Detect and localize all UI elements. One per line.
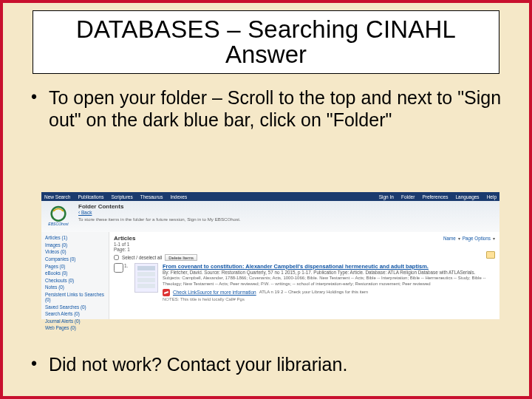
sort-name-link[interactable]: Name [443, 236, 456, 241]
page-indicator: Page: 1 [114, 247, 130, 252]
folder-contents-heading: Folder Contents [78, 203, 495, 210]
sidebar-item-videos[interactable]: Videos (0) [45, 248, 109, 256]
svg-text:EBSCOhost: EBSCOhost [48, 222, 69, 226]
nav-folder[interactable]: Folder [401, 194, 415, 200]
article-title-link[interactable]: From covenant to constitution: Alexander… [163, 263, 495, 270]
article-number: 1. [124, 263, 130, 303]
nav-new-search[interactable]: New Search [44, 194, 70, 200]
article-byline: By: Fletcher, David. Source: Restoration… [163, 270, 495, 276]
nav-publications[interactable]: Publications [78, 194, 103, 200]
bullet-item: To open your folder – Scroll to the top … [24, 87, 508, 131]
sidebar-item-web-pages[interactable]: Web Pages (0) [45, 324, 109, 332]
sidebar-item-saved-searches[interactable]: Saved Searches (0) [45, 303, 109, 310]
page-options-link[interactable]: Page Options [463, 236, 491, 241]
nav-sign-in[interactable]: Sign In [379, 194, 394, 200]
ebsco-topbar: New Search Publications Scriptures Thesa… [41, 192, 499, 201]
article-checkbox[interactable] [114, 263, 123, 273]
nav-help[interactable]: Help [487, 194, 497, 200]
sidebar-item-articles[interactable]: Articles (1) [45, 234, 109, 242]
sidebar-item-journal-alerts[interactable]: Journal Alerts (0) [45, 318, 109, 325]
nav-indexes[interactable]: Indexes [170, 194, 187, 200]
bullet-item-last: Did not work? Contact your librarian. [24, 354, 508, 375]
holdings-text: ATLA n 19 2 – Check your Library Holding… [259, 290, 368, 296]
linksource-link[interactable]: Check LinkSource for more information [173, 290, 256, 296]
sidebar-item-ebooks[interactable]: eBooks (0) [45, 270, 109, 277]
folder-main: Articles 1-1 of 1Page: 1 Name ▾ Page Opt… [109, 232, 499, 319]
sidebar-item-companies[interactable]: Companies (0) [45, 256, 109, 263]
result-range: 1-1 of 1 [114, 242, 129, 247]
delete-items-button[interactable]: Delete Items [165, 254, 197, 261]
nav-preferences[interactable]: Preferences [422, 194, 448, 200]
nav-languages[interactable]: Languages [455, 194, 479, 200]
ebsco-screenshot: New Search Publications Scriptures Thesa… [41, 192, 499, 319]
sidebar-item-images[interactable]: Images (0) [45, 242, 109, 249]
folder-icon[interactable] [486, 251, 495, 259]
article-notes: NOTES: This title is held locally Call# … [163, 297, 495, 303]
sidebar-item-search-alerts[interactable]: Search Alerts (0) [45, 310, 109, 318]
title-line-2: Answer [39, 41, 493, 69]
articles-heading: Articles [114, 235, 135, 242]
select-all-label: Select / deselect all [122, 255, 162, 260]
sidebar-item-pages[interactable]: Pages (0) [45, 262, 109, 270]
sidebar-item-notes[interactable]: Notes (0) [45, 284, 109, 291]
title-line-1: DATABASES – Searching CINAHL [39, 16, 493, 44]
linksource-icon [163, 289, 170, 296]
sidebar-item-persistent-links[interactable]: Persistent Links to Searches (0) [45, 291, 109, 304]
ebscohost-logo: EBSCOhost [46, 202, 72, 231]
save-note: To store these items in the folder for a… [78, 216, 495, 222]
ebsco-header: EBSCOhost Folder Contents ‹ Back To stor… [41, 201, 499, 232]
back-link[interactable]: ‹ Back [78, 210, 92, 215]
article-thumbnail [134, 263, 158, 293]
bullet-list: To open your folder – Scroll to the top … [24, 87, 508, 131]
sidebar-item-checkouts[interactable]: Checkouts (0) [45, 277, 109, 284]
nav-scriptures[interactable]: Scriptures [111, 194, 132, 200]
article-subjects: Subjects: Campbell, Alexander, 1788-1866… [163, 276, 495, 287]
select-all-checkbox[interactable] [114, 255, 119, 260]
article-row: 1. From covenant to constitution: Alexan… [114, 263, 495, 303]
slide-title-box: DATABASES – Searching CINAHL Answer [33, 10, 499, 74]
folder-sidebar: Articles (1) Images (0) Videos (0) Compa… [41, 232, 109, 319]
nav-thesaurus[interactable]: Thesaurus [140, 194, 163, 200]
